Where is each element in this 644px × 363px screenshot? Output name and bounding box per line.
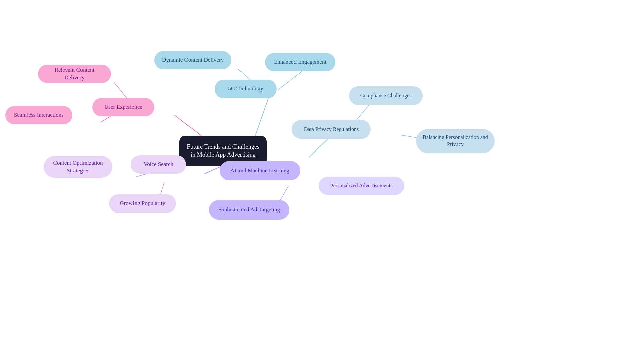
node-data-privacy: Data Privacy Regulations: [292, 120, 371, 139]
node-enhanced-engagement: Enhanced Engagement: [265, 53, 335, 71]
node-sophisticated-targeting: Sophisticated Ad Targeting: [209, 200, 289, 220]
node-user-experience: User Experience: [92, 98, 154, 116]
svg-line-2: [278, 71, 302, 90]
node-growing-popularity: Growing Popularity: [109, 194, 176, 213]
node-relevant-content: Relevant Content Delivery: [38, 65, 111, 83]
node-seamless-interactions: Seamless Interactions: [5, 106, 72, 124]
node-content-optimization: Content Optimization Strategies: [44, 156, 112, 178]
node-ai-ml: AI and Machine Learning: [220, 161, 300, 180]
svg-line-3: [309, 138, 329, 158]
node-balancing: Balancing Personalization and Privacy: [416, 129, 495, 153]
node-voice-search: Voice Search: [131, 155, 186, 174]
node-dynamic-content: Dynamic Content Delivery: [154, 51, 231, 69]
node-5g: 5G Technology: [215, 80, 277, 98]
node-personalized-ads: Personalized Advertisements: [319, 177, 404, 195]
node-compliance: Compliance Challenges: [349, 86, 423, 105]
